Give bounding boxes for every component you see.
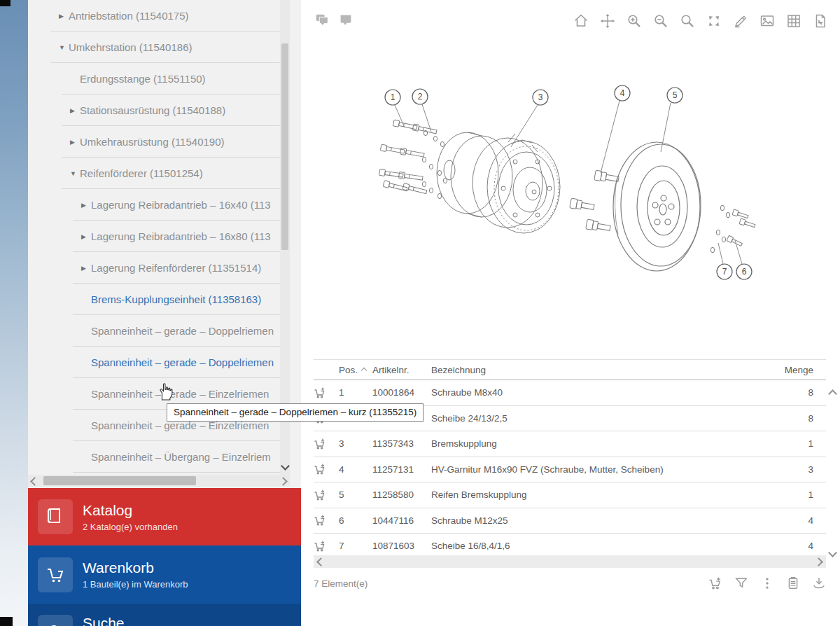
callout-2[interactable]: 2 [412,89,428,104]
cell-menge: 1 [774,489,815,500]
expand-right-icon[interactable]: ▶ [81,233,91,240]
scroll-right-icon[interactable] [814,557,823,566]
expand-right-icon[interactable]: ▶ [70,139,80,146]
expand-right-icon[interactable]: ▶ [81,265,91,272]
bolt-set-middle [570,170,620,233]
callout-1[interactable]: 1 [385,90,400,105]
exploded-diagram[interactable]: 1 2 3 4 5 7 6 [301,39,840,354]
table-row[interactable]: 3 11357343 Bremskupplung 1 [314,431,826,457]
callout-4[interactable]: 4 [615,85,630,101]
pan-icon[interactable] [599,13,616,29]
table-header: Pos. Artikelnr. Bezeichnung Menge [314,359,826,380]
tree-item-umkehrausruestung[interactable]: ▶Umkehrausrüstung (11540190) [28,126,280,158]
cell-bezeichnung: HV-Garnitur M16x90 FVZ (Schraube, Mutter… [431,464,774,475]
add-all-to-cart-icon[interactable] [708,576,722,590]
zoom-in-icon[interactable] [626,13,643,29]
search-panel[interactable]: Suche [28,604,301,626]
tree-item-spanneinheit-doppelriemen-1[interactable]: Spanneinheit – gerade – Doppelriemen [28,315,280,347]
tree-item-erdungsstange[interactable]: Erdungsstange (11551150) [28,63,280,95]
add-to-cart-icon[interactable] [314,514,326,527]
home-icon[interactable] [573,13,589,29]
scrollbar-thumb[interactable] [281,43,288,250]
callout-6[interactable]: 6 [736,264,752,279]
search-magnifier-icon[interactable] [679,13,696,29]
add-to-cart-icon[interactable] [314,463,326,475]
tree-item-antriebstation[interactable]: ▶Antriebstation (11540175) [28,0,280,32]
tree-item-stationsausruestung[interactable]: ▶Stationsausrüstung (11540188) [28,95,280,126]
multi-comment-icon[interactable] [314,12,330,29]
annotate-pen-icon[interactable] [732,13,749,29]
callout-3[interactable]: 3 [533,90,548,105]
callout-7[interactable]: 7 [717,264,732,279]
tree-item-umkehrstation[interactable]: ▼Umkehrstation (11540186) [28,32,280,63]
list-clipboard-icon[interactable] [786,576,800,590]
collapse-down-icon[interactable]: ▼ [70,170,80,177]
callout-5[interactable]: 5 [667,88,682,103]
table-scroll-down-icon[interactable] [828,548,837,557]
tree-item-lagerung-reibradantrieb-16x40[interactable]: ▶Lagerung Reibradantrieb – 16x40 (113 [28,189,280,221]
add-to-cart-icon[interactable] [314,438,326,450]
scroll-left-icon[interactable] [30,477,39,486]
svg-text:2: 2 [418,92,423,102]
download-icon[interactable] [812,576,826,590]
sidebar: ▶Antriebstation (11540175) ▼Umkehrstatio… [28,0,301,626]
cell-menge: 4 [774,515,815,526]
scroll-left-icon[interactable] [316,557,326,566]
cell-bezeichnung: Bremskupplung [431,438,774,449]
tree-item-spanneinheit-uebergang[interactable]: Spanneinheit – Übergang – Einzelriem [28,441,280,473]
pdf-export-icon[interactable] [812,13,829,29]
expand-right-icon[interactable]: ▶ [59,13,69,20]
bolt-set-left [379,120,437,195]
tree-item-brems-kupplungseinheit[interactable]: Brems-Kupplungseinheit (11358163) [28,284,280,315]
washer-set-left [422,130,447,198]
fit-screen-icon[interactable] [706,13,722,29]
collapse-down-icon[interactable]: ▼ [59,44,69,51]
svg-text:6: 6 [742,267,747,277]
tree-item-spanneinheit-doppelriemen-2[interactable]: Spanneinheit – gerade – Doppelriemen [28,347,280,378]
expand-right-icon[interactable]: ▶ [70,107,80,114]
cell-pos: 1 [339,387,372,398]
app-window: ▶Antriebstation (11540175) ▼Umkehrstatio… [0,0,840,626]
scrollbar-thumb[interactable] [43,476,196,485]
comment-icon[interactable] [337,12,354,29]
grid-icon[interactable] [785,13,802,29]
scroll-down-icon[interactable] [281,461,290,471]
cell-pos: 6 [339,515,372,526]
tree-item-reifenfoerderer[interactable]: ▼Reifenförderer (11501254) [28,158,280,189]
search-icon [38,615,73,626]
svg-text:7: 7 [722,267,727,277]
column-header-artikelnr[interactable]: Artikelnr. [372,365,431,375]
expand-right-icon[interactable]: ▶ [81,202,91,209]
table-row[interactable]: 5 11258580 Reifen Bremskupplung 1 [314,482,826,508]
tree-item-lagerung-reibradantrieb-16x80[interactable]: ▶Lagerung Reibradantrieb – 16x80 (113 [28,221,280,252]
table-horizontal-scrollbar[interactable] [314,555,826,568]
table-row[interactable]: 4 11257131 HV-Garnitur M16x90 FVZ (Schra… [314,457,826,483]
tree-item-label: Spanneinheit – gerade – Doppelriemen [91,325,274,337]
cell-artikelnr: 11257131 [372,464,431,475]
image-icon[interactable] [759,13,776,29]
cell-menge: 4 [774,541,815,551]
cell-bezeichnung: Scheibe 16/8,4/1,6 [431,541,774,551]
column-header-menge[interactable]: Menge [774,365,815,375]
tree-item-label: Spanneinheit – gerade – Doppelriemen [91,356,274,368]
scroll-right-icon[interactable] [279,477,288,486]
more-options-icon[interactable] [760,576,774,590]
tree-item-label: Stationsausrüstung (11540188) [80,104,225,116]
column-header-pos[interactable]: Pos. [339,365,372,375]
sidebar-horizontal-scrollbar[interactable] [28,475,290,487]
tree-item-lagerung-reifenfoerderer[interactable]: ▶Lagerung Reifenförderer (11351514) [28,252,280,284]
zoom-out-icon[interactable] [652,13,669,29]
cart-panel[interactable]: Warenkorb 1 Bauteil(e) im Warenkorb [28,545,301,604]
add-to-cart-icon[interactable] [314,387,326,399]
catalog-panel[interactable]: Katalog 2 Katalog(e) vorhanden [28,488,301,545]
tree-item-label: Spanneinheit – gerade – Einzelriemen [91,388,269,400]
table-scroll-up-icon[interactable] [828,389,837,398]
add-to-cart-icon[interactable] [314,540,326,552]
filter-icon[interactable] [734,576,748,590]
tooltip: Spanneinheit – gerade – Doppelriemen – k… [167,403,424,422]
add-to-cart-icon[interactable] [314,489,326,501]
column-header-bezeichnung[interactable]: Bezeichnung [431,365,774,375]
table-row[interactable]: 6 10447116 Schraube M12x25 4 [314,508,826,534]
table-row[interactable]: 1 10001864 Schraube M8x40 8 [314,380,826,406]
svg-text:1: 1 [391,92,396,102]
